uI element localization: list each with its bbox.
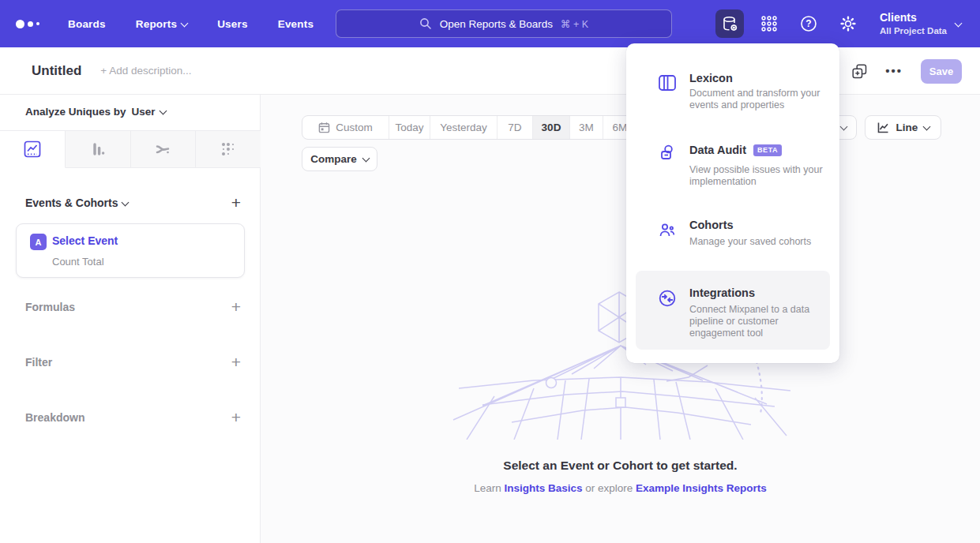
nav-item-label: Reports [136,18,177,30]
more-options-button[interactable]: ••• [885,67,903,75]
nav-item-boards[interactable]: Boards [68,18,106,30]
range-label: Custom [336,122,373,133]
nav-item-users[interactable]: Users [217,18,248,30]
help-button[interactable]: ? [794,9,823,38]
add-formula-button[interactable]: + [231,300,241,314]
cohorts-icon [658,221,677,240]
chevron-down-icon [955,19,963,27]
data-management-menu: Lexicon Document and transform your even… [626,43,839,363]
add-filter-button[interactable]: + [231,355,241,369]
range-label: Yesterday [440,122,487,133]
nav-links: Boards Reports Users Events [68,18,314,30]
project-selector[interactable]: Clients All Project Data [880,10,961,37]
events-cohorts-label: Events & Cohorts [25,197,118,209]
empty-state-prefix: Learn [474,482,504,494]
retention-dots-icon [220,140,237,158]
chart-type-label: Line [896,122,918,133]
chart-type-dropdown[interactable]: Line [865,115,941,140]
settings-button[interactable] [834,9,862,38]
menu-item-description: Document and transform your events and p… [689,88,825,111]
menu-item-description: Manage your saved cohorts [689,236,847,248]
analyze-row: Analyze Uniques by User [25,106,166,118]
tab-flows[interactable] [131,131,197,168]
range-label: 6M [613,122,628,133]
tab-retention[interactable] [196,131,261,168]
empty-state-middle: or explore [582,482,636,494]
range-today[interactable]: Today [389,116,430,139]
range-label: 3M [579,122,594,133]
menu-item-lexicon[interactable]: Lexicon Document and transform your even… [636,66,830,135]
menu-item-cohorts[interactable]: Cohorts Manage your saved cohorts [636,212,830,267]
nav-item-label: Boards [68,18,106,30]
nav-item-label: Users [217,18,248,30]
tab-funnels[interactable] [66,131,131,168]
nav-item-label: Events [278,18,314,30]
analyze-label: Analyze Uniques by [25,106,126,118]
save-button[interactable]: Save [921,59,962,84]
select-event-label[interactable]: Select Event [52,234,118,247]
nav-right: ? Clients All Project Data [715,0,980,47]
integrations-icon [658,289,677,308]
chevron-down-icon [923,123,931,131]
duplicate-button[interactable] [852,64,867,79]
compare-label: Compare [310,153,357,165]
add-breakdown-button[interactable]: + [231,410,241,425]
add-event-button[interactable]: + [231,196,241,210]
analyze-by-dropdown[interactable]: User [132,106,166,118]
empty-state-links: Learn Insights Basics or explore Example… [261,482,980,494]
chevron-down-icon [181,19,189,27]
help-icon: ? [800,15,817,32]
report-title[interactable]: Untitled [32,63,81,79]
data-management-button[interactable] [715,9,744,38]
database-gear-icon [721,15,739,33]
chevron-down-icon [362,155,370,163]
beta-badge: BETA [753,144,782,156]
menu-item-title: Cohorts [689,219,734,231]
search-icon [419,17,432,30]
lexicon-icon [658,73,677,92]
filter-label: Filter [25,356,52,369]
formulas-section: Formulas + [25,300,241,314]
top-nav: Boards Reports Users Events Open Reports… [0,0,980,47]
breakdown-label: Breakdown [25,411,84,424]
chevron-down-icon [159,107,167,115]
event-series-badge: A [30,234,47,250]
query-sidebar: Analyze Uniques by User [0,95,261,543]
apps-grid-button[interactable] [755,9,783,38]
menu-item-title: Data Audit [689,144,746,156]
menu-item-data-audit[interactable]: Data Audit BETA View possible issues wit… [636,137,830,209]
range-7d[interactable]: 7D [498,116,533,139]
menu-item-integrations[interactable]: Integrations Connect Mixpanel to a data … [636,271,830,350]
range-label: 30D [542,122,561,133]
mixpanel-logo-icon[interactable] [16,20,54,28]
report-canvas: Custom Today Yesterday 7D 30D 3M 6M Comp… [261,95,980,543]
empty-state-heading: Select an Event or Cohort to get started… [261,459,980,473]
range-yesterday[interactable]: Yesterday [430,116,498,139]
range-custom[interactable]: Custom [302,116,389,139]
count-total-label[interactable]: Count Total [52,256,104,268]
report-type-tabs [0,130,261,168]
menu-item-title: Lexicon [689,72,733,84]
flows-icon [154,140,171,158]
events-cohorts-section: Events & Cohorts + [25,196,241,210]
formulas-label: Formulas [25,301,75,313]
events-cohorts-header[interactable]: Events & Cohorts [25,197,128,209]
menu-item-title: Integrations [689,286,755,299]
event-card[interactable]: A Select Event Count Total [16,223,245,278]
nav-item-reports[interactable]: Reports [136,18,187,30]
add-description-field[interactable]: + Add description... [100,65,191,77]
range-30d[interactable]: 30D [533,116,570,139]
svg-text:?: ? [805,18,811,29]
project-scope: All Project Data [880,25,947,38]
nav-item-events[interactable]: Events [278,18,314,30]
line-chart-icon [877,121,890,134]
example-insights-reports-link[interactable]: Example Insights Reports [636,482,767,494]
compare-dropdown[interactable]: Compare [302,147,377,171]
range-label: 7D [508,122,521,133]
range-label: Today [395,122,423,133]
insights-basics-link[interactable]: Insights Basics [504,482,582,494]
range-3m[interactable]: 3M [570,116,603,139]
insights-chart-icon [24,140,41,158]
tab-insights[interactable] [0,131,66,168]
global-search-input[interactable]: Open Reports & Boards ⌘ + K [336,9,672,38]
